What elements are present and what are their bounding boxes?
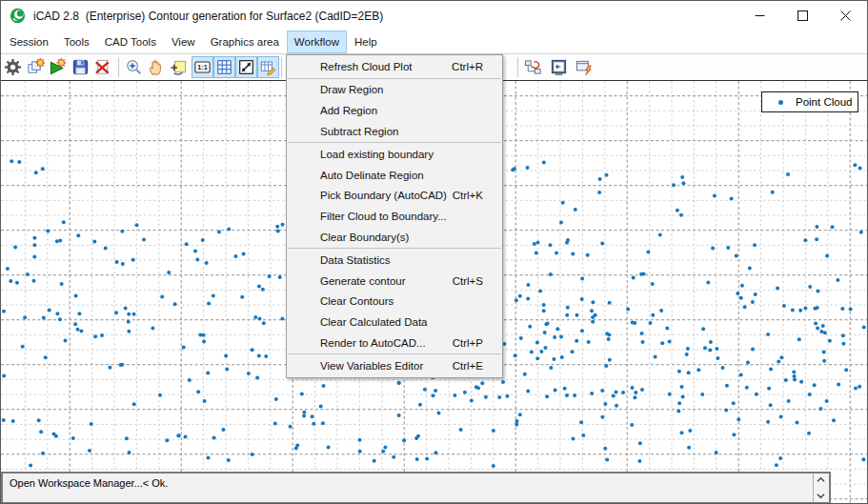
- add-annotation-button[interactable]: [170, 58, 188, 76]
- menu-item-refresh-cloud-plot[interactable]: Refresh Cloud PlotCtrl+R: [287, 56, 502, 77]
- toolbar-separator: [118, 57, 119, 77]
- run-button[interactable]: [49, 58, 67, 76]
- fit-view-button[interactable]: [235, 56, 257, 78]
- toolbar-separator: [281, 57, 282, 77]
- menu-session[interactable]: Session: [2, 30, 56, 53]
- status-text: Open Workspace Manager...< Ok.: [3, 474, 829, 489]
- render-window-button[interactable]: [550, 58, 568, 76]
- close-button[interactable]: [824, 1, 867, 30]
- gear-button[interactable]: [4, 58, 22, 76]
- app-window: iCAD 2.8 (Enterprise) Contour generation…: [0, 0, 868, 504]
- menu-item-add-region[interactable]: Add Region: [287, 100, 502, 121]
- menu-item-label: Data Statistics: [320, 254, 391, 266]
- app-icon: [10, 8, 26, 24]
- pan-hand-button[interactable]: [147, 58, 165, 76]
- menu-view[interactable]: View: [164, 30, 203, 53]
- menu-item-label: Subtract Region: [320, 126, 398, 137]
- window-effects-button[interactable]: [575, 58, 594, 76]
- legend-label: Point Cloud: [796, 96, 852, 108]
- menu-item-view-variables-editor[interactable]: View Variables EditorCtrl+E: [287, 355, 502, 376]
- menu-item-pick-boundary-autocad[interactable]: Pick Boundary (AutoCAD)Ctrl+K: [287, 186, 502, 207]
- menu-item-shortcut: Ctrl+S: [453, 275, 483, 287]
- svg-text:1:1: 1:1: [197, 63, 207, 71]
- menu-item-label: View Variables Editor: [320, 360, 423, 372]
- maximize-button[interactable]: [781, 1, 824, 30]
- menu-item-label: Filter Cloud to Boundary...: [320, 211, 447, 222]
- status-bar: Open Workspace Manager...< Ok.: [1, 472, 831, 504]
- legend-marker-icon: [778, 100, 783, 105]
- menu-help[interactable]: Help: [347, 30, 385, 53]
- menu-item-data-statistics[interactable]: Data Statistics: [287, 250, 502, 271]
- menu-item-subtract-region[interactable]: Subtract Region: [287, 121, 502, 142]
- menu-item-label: Render to AutoCAD...: [320, 337, 426, 349]
- menu-item-label: Draw Region: [320, 84, 383, 95]
- menu-graphics-area[interactable]: Graphics area: [203, 30, 287, 53]
- menu-separator: [288, 353, 501, 354]
- minimize-button[interactable]: [738, 1, 781, 30]
- menu-item-clear-contours[interactable]: Clear Contours: [287, 292, 502, 312]
- menu-separator: [288, 142, 501, 143]
- toolbar-separator: [517, 57, 518, 77]
- menu-cad-tools[interactable]: CAD Tools: [97, 30, 164, 53]
- menu-item-shortcut: Ctrl+R: [452, 61, 483, 72]
- menu-item-label: Add Region: [320, 105, 377, 116]
- menu-item-shortcut: Ctrl+K: [453, 190, 483, 201]
- menu-item-shortcut: Ctrl+P: [453, 337, 483, 349]
- title-bar: iCAD 2.8 (Enterprise) Contour generation…: [1, 1, 867, 30]
- window-title: iCAD 2.8 (Enterprise) Contour generation…: [33, 10, 383, 23]
- zoom-in-button[interactable]: [125, 58, 143, 76]
- menu-item-auto-delinate-region[interactable]: Auto Delinate Region: [287, 165, 502, 186]
- delete-button[interactable]: [93, 58, 111, 76]
- menu-item-label: Clear Boundary(s): [320, 232, 409, 243]
- menu-item-clear-boundary-s[interactable]: Clear Boundary(s): [287, 227, 502, 248]
- menu-item-render-to-autocad[interactable]: Render to AutoCAD...Ctrl+P: [287, 333, 502, 353]
- menu-item-filter-cloud-to-boundary[interactable]: Filter Cloud to Boundary...: [287, 206, 502, 227]
- legend: Point Cloud: [761, 91, 858, 112]
- menu-item-load-existing-boundary[interactable]: Load existing boundary: [287, 144, 502, 165]
- menu-tools[interactable]: Tools: [56, 30, 97, 53]
- table-edit-button[interactable]: [257, 56, 279, 78]
- menu-item-label: Pick Boundary (AutoCAD): [320, 190, 447, 201]
- grid-toggle-button[interactable]: [213, 56, 235, 78]
- scroll-down-icon: [817, 493, 825, 499]
- menu-item-label: Generate contour: [320, 275, 406, 287]
- menu-separator: [288, 248, 501, 249]
- save-button[interactable]: [71, 58, 90, 76]
- status-scrollbar[interactable]: [813, 474, 829, 502]
- menu-item-shortcut: Ctrl+E: [453, 360, 483, 372]
- actual-size-button[interactable]: 1:1: [192, 56, 213, 78]
- scroll-up-icon: [817, 476, 825, 483]
- menu-item-label: Refresh Cloud Plot: [320, 61, 413, 72]
- menu-item-label: Load existing boundary: [320, 149, 434, 160]
- menu-item-draw-region[interactable]: Draw Region: [287, 80, 502, 101]
- menu-item-generate-contour[interactable]: Generate contourCtrl+S: [287, 271, 502, 292]
- menu-item-clear-calculated-data[interactable]: Clear Calculated Data: [287, 312, 502, 333]
- menu-bar: SessionToolsCAD ToolsViewGraphics areaWo…: [1, 30, 867, 53]
- window-controls: [738, 1, 867, 30]
- menu-separator: [288, 78, 501, 79]
- copy-new-button[interactable]: [27, 58, 45, 76]
- menu-workflow[interactable]: Workflow: [287, 30, 347, 53]
- workflow-refresh-button[interactable]: [524, 58, 542, 76]
- workflow-menu: Refresh Cloud PlotCtrl+RDraw RegionAdd R…: [286, 54, 503, 378]
- menu-item-label: Clear Contours: [320, 295, 394, 307]
- menu-item-label: Auto Delinate Region: [320, 170, 424, 181]
- menu-item-label: Clear Calculated Data: [320, 316, 428, 328]
